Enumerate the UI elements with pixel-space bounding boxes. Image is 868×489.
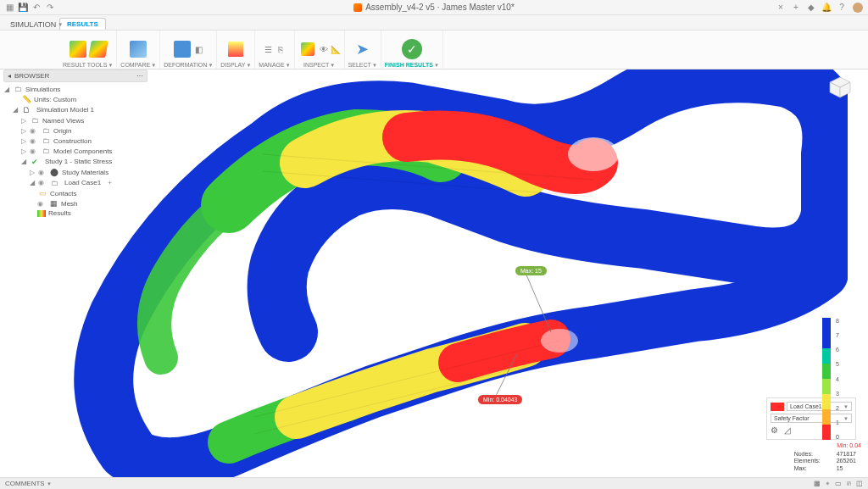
- add-tab-icon[interactable]: +: [792, 3, 800, 12]
- view-cube[interactable]: [827, 75, 853, 100]
- compare-icon[interactable]: [129, 40, 147, 58]
- legend-ticks: 8 7 6 5 4 3 2 1 0: [836, 318, 839, 440]
- save-icon[interactable]: 💾: [19, 3, 27, 12]
- tree-units[interactable]: 📏Units: Custom: [3, 94, 147, 104]
- tree-materials[interactable]: ▷◉⬤Study Materials: [3, 167, 147, 177]
- tree-label: Study 1 - Static Stress: [42, 157, 114, 166]
- tree-named-views[interactable]: ▷🗀Named Views: [3, 115, 147, 125]
- collapse-icon[interactable]: ◂: [8, 72, 11, 80]
- legend-chart-icon[interactable]: ◿: [784, 425, 794, 436]
- help-icon[interactable]: ?: [837, 3, 846, 12]
- tree-label: Origin: [53, 127, 71, 135]
- callout-max: Max: 15: [515, 266, 547, 275]
- svg-point-0: [568, 137, 619, 171]
- stats-nodes-value: 471817: [837, 451, 856, 458]
- tree-label: Contacts: [50, 190, 77, 197]
- stats-elements-value: 265261: [837, 458, 856, 464]
- legend-loadcase-swatch: [771, 403, 784, 411]
- workspace-label: SIMULATION: [10, 20, 56, 29]
- legend-colorbar: [822, 318, 831, 440]
- callout-min: Min: 0.04043: [478, 395, 522, 404]
- extensions-icon[interactable]: ◆: [807, 3, 815, 12]
- ribbon-group-manage: ☰ ⎘ MANAGE▼: [255, 31, 294, 69]
- result-tools-icon-2[interactable]: [89, 40, 108, 58]
- tree-construction[interactable]: ▷◉🗀Construction: [3, 136, 147, 146]
- tree-model[interactable]: ◢🗋Simulation Model 1: [3, 104, 147, 115]
- tree-label: Load Case1: [62, 178, 103, 187]
- comments-toggle[interactable]: COMMENTS ▼: [5, 480, 52, 487]
- legend-min-label: Min: 0.04: [837, 442, 861, 448]
- ribbon-label-inspect: INSPECT: [303, 62, 329, 68]
- workspace-tabs: SIMULATION ▼ RESULTS: [0, 15, 868, 31]
- tree-study[interactable]: ◢✔Study 1 - Static Stress: [3, 156, 147, 167]
- tree-label: Study Materials: [62, 169, 108, 176]
- stats-max-value: 15: [837, 465, 843, 472]
- deformation-icon[interactable]: [173, 40, 192, 58]
- ribbon-group-inspect: 👁 📐 INSPECT▼: [295, 31, 345, 69]
- tree-results[interactable]: Results: [3, 208, 147, 218]
- bb-view-icon[interactable]: ▭: [835, 480, 842, 488]
- redo-icon[interactable]: ↷: [46, 3, 54, 12]
- tree-label: Units: Custom: [34, 96, 76, 103]
- inspect-icon-2[interactable]: 👁: [319, 44, 329, 54]
- user-avatar[interactable]: [853, 3, 863, 13]
- tree-root[interactable]: ◢🗀Simulations: [3, 84, 147, 94]
- legend-tick: 1: [836, 420, 839, 425]
- deformation-small-icon[interactable]: ◧: [193, 44, 203, 54]
- legend-panel: Load Case1▼ Safety Factor▼ ⚙ ◿: [766, 397, 856, 440]
- tree-origin[interactable]: ▷◉🗀Origin: [3, 125, 147, 136]
- legend-tick: 8: [836, 318, 839, 324]
- tree-mesh[interactable]: ◉▦Mesh: [3, 198, 147, 208]
- result-tools-icon[interactable]: [69, 40, 87, 58]
- legend-settings-icon[interactable]: ⚙: [771, 425, 781, 436]
- manage-icon-1[interactable]: ☰: [264, 44, 274, 54]
- legend-loadcase-select[interactable]: Load Case1▼: [787, 402, 852, 411]
- tree-components[interactable]: ▷◉🗀Model Components: [3, 146, 147, 156]
- legend-tick: 5: [836, 361, 839, 367]
- notifications-icon[interactable]: 🔔: [822, 3, 831, 12]
- browser-title: BROWSER: [14, 72, 49, 80]
- tree-contacts[interactable]: ▭Contacts: [3, 188, 147, 198]
- workspace-switcher[interactable]: SIMULATION ▼: [7, 19, 66, 31]
- tree-label: Results: [48, 209, 71, 217]
- inspect-icon-3[interactable]: 📐: [331, 44, 341, 54]
- bb-snap-icon[interactable]: ⌖: [826, 480, 830, 488]
- legend-loadcase-label: Load Case1: [790, 403, 822, 409]
- ribbon-group-deformation: ◧ DEFORMATION▼: [160, 31, 217, 69]
- bb-grid-icon[interactable]: ▦: [814, 480, 821, 488]
- legend-metric-select[interactable]: Safety Factor▼: [771, 414, 852, 423]
- legend-tick: 3: [836, 391, 839, 397]
- legend-tick: 2: [836, 405, 839, 411]
- manage-icon-2[interactable]: ⎘: [275, 44, 286, 54]
- undo-icon[interactable]: ↶: [32, 3, 41, 12]
- legend-tick: 7: [836, 332, 839, 338]
- app-icon: [353, 3, 362, 12]
- legend-tick: 4: [836, 376, 839, 382]
- finish-results-icon[interactable]: ✓: [402, 39, 422, 59]
- display-icon[interactable]: [226, 40, 245, 58]
- ribbon-group-display: DISPLAY▼: [217, 31, 255, 69]
- bottom-bar: COMMENTS ▼ ▦ ⌖ ▭ ⎚ ◫: [0, 477, 868, 489]
- ribbon-label-compare: COMPARE: [120, 62, 150, 68]
- browser-header[interactable]: ◂ BROWSER ⋯: [3, 69, 147, 82]
- legend-tick: 6: [836, 347, 839, 353]
- chevron-down-icon: ▼: [58, 22, 63, 27]
- tree-loadcase[interactable]: ◢◉🗀Load Case1+: [3, 177, 147, 188]
- comments-label: COMMENTS: [5, 480, 45, 487]
- bb-display-icon[interactable]: ⎚: [847, 480, 851, 488]
- select-icon[interactable]: ➤: [353, 40, 372, 58]
- close-tab-icon[interactable]: ×: [776, 3, 785, 12]
- title-bar: ▦ 💾 ↶ ↷ Assembly_v4-2 v5 · James Master …: [0, 0, 868, 15]
- ribbon-group-finish: ✓ FINISH RESULTS▼: [381, 31, 443, 69]
- browser-tree: ◢🗀Simulations 📏Units: Custom ◢🗋Simulatio…: [3, 82, 147, 219]
- document-title: Assembly_v4-2 v5 · James Master v10*: [365, 3, 515, 12]
- browser-options-icon[interactable]: ⋯: [136, 72, 143, 80]
- tree-label: Model Components: [53, 147, 112, 155]
- ribbon-label-result-tools: RESULT TOOLS: [63, 62, 107, 68]
- tree-label: Simulation Model 1: [34, 105, 97, 114]
- inspect-icon[interactable]: [298, 40, 317, 58]
- bb-layout-icon[interactable]: ◫: [856, 480, 863, 488]
- ribbon-group-select: ➤ SELECT▼: [345, 31, 381, 69]
- legend-tick: 0: [836, 434, 839, 440]
- menu-grid-icon[interactable]: ▦: [5, 3, 14, 12]
